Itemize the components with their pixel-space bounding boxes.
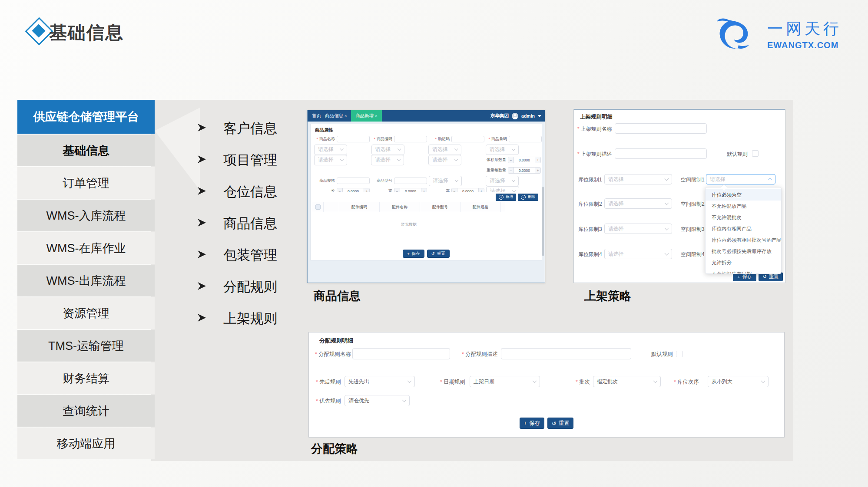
loc-limit-3-select[interactable]: 请选择 — [604, 224, 672, 234]
dropdown-option[interactable]: 不允许混放产品 — [706, 201, 781, 212]
caption-product-info: 商品信息 — [314, 288, 361, 304]
loc-limit-1-select[interactable]: 请选择 — [604, 174, 672, 184]
weight-unit-select[interactable]: 请选择 — [486, 145, 519, 155]
plus-icon: + — [421, 188, 427, 192]
shelving-rule-select[interactable]: 请选择 — [428, 155, 461, 165]
default-rule-checkbox[interactable] — [676, 351, 682, 357]
username[interactable]: admin — [521, 113, 535, 118]
list-item: 商品信息 — [196, 207, 277, 239]
allocation-rule-name-input[interactable] — [352, 348, 450, 359]
arrow-bullet-icon — [196, 313, 207, 325]
list-item: 项目管理 — [196, 144, 277, 176]
sidebar-item-resource-mgmt[interactable]: 资源管理 — [17, 297, 155, 329]
scrollbar[interactable] — [542, 187, 544, 256]
sidebar-item-wms-inbound[interactable]: WMS-入库流程 — [17, 200, 155, 231]
project-name-select[interactable]: 请选择 — [314, 155, 347, 165]
dropdown-option[interactable]: 库位内必须有相同批次号的产品 — [706, 234, 781, 246]
dropdown-option[interactable]: 不允许混批次 — [706, 212, 781, 223]
allocation-rule-desc-input[interactable] — [501, 348, 631, 359]
save-button[interactable]: +保存 — [520, 418, 544, 429]
sidebar-item-platform[interactable]: 供应链仓储管理平台 — [17, 100, 155, 134]
form-row: 商品规格 商品型号 商品类型请选择 商品件型请选择 — [312, 177, 541, 184]
form-row: 重量每数量−0.0000+ — [312, 167, 541, 174]
chevron-down-icon — [340, 158, 344, 161]
dropdown-option[interactable]: 允许拆分 — [706, 257, 781, 268]
chevron-down-icon — [407, 379, 412, 383]
allocation-rule-select[interactable]: 请选择 — [371, 155, 404, 165]
dim-unit-select[interactable]: 请选择 — [486, 186, 519, 193]
form-row: 商品名称 商品编码 助记码 商品条码 — [312, 135, 541, 143]
table-empty-state: 暂无数据 — [312, 212, 505, 246]
volume-unit-select[interactable]: 请选择 — [428, 145, 461, 155]
plus-icon: + — [524, 420, 527, 426]
section-title: 商品属性 — [315, 127, 333, 133]
dropdown-option[interactable]: 批次号必须按先后顺序存放 — [706, 246, 781, 257]
package-name-select[interactable]: 请选择 — [314, 145, 347, 155]
arrow-bullet-icon — [196, 249, 207, 261]
qty-unit-select[interactable]: 请选择 — [371, 145, 404, 155]
length-stepper[interactable]: −0.0000+ — [337, 188, 370, 192]
space-limit-1-select[interactable]: 请选择 — [706, 174, 775, 184]
width-stepper[interactable]: −0.0000+ — [394, 188, 427, 192]
sidebar-item-wms-outbound[interactable]: WMS-出库流程 — [17, 265, 155, 296]
sidebar-item-wms-instock[interactable]: WMS-在库作业 — [17, 232, 155, 264]
form-row: 长−0.0000+ 宽−0.0000+ 高−0.0000+ 长宽高单位请选择 — [312, 188, 541, 192]
mnemonic-code-input[interactable] — [451, 136, 484, 142]
space-limit-dropdown: 库位必须为空 不允许混放产品 不允许混批次 库位内有相同产品 库位内必须有相同批… — [705, 187, 782, 274]
reset-icon: ↺ — [763, 274, 767, 280]
default-rule-checkbox[interactable] — [752, 150, 759, 157]
shelving-rule-desc-input[interactable] — [615, 148, 707, 159]
reset-button[interactable]: ↺重置 — [547, 418, 573, 429]
product-name-input[interactable] — [337, 136, 370, 142]
save-button[interactable]: +保存 — [403, 250, 424, 258]
chevron-down-icon — [665, 201, 669, 205]
sidebar-item-basic-info[interactable]: 基础信息 — [17, 135, 155, 166]
weight-per-qty-stepper[interactable]: −0.0000+ — [508, 167, 541, 174]
section-title: 上架规则明细 — [580, 113, 613, 121]
nav-home-tab[interactable]: 首页 — [312, 113, 321, 119]
remove-part-button[interactable]: −删除 — [518, 194, 538, 201]
sidebar-item-mobile-app[interactable]: 移动端应用 — [17, 428, 155, 459]
bullet-label: 客户信息 — [223, 119, 277, 138]
location-order-select[interactable]: 从小到大 — [708, 376, 769, 387]
sidebar-item-finance[interactable]: 财务结算 — [17, 362, 155, 394]
date-rule-select[interactable]: 上架日期 — [470, 376, 540, 387]
sidebar-item-order-mgmt[interactable]: 订单管理 — [17, 167, 155, 199]
spec-input[interactable] — [337, 178, 370, 184]
fifo-rule-select[interactable]: 先进先出 — [345, 376, 415, 387]
list-item: 仓位信息 — [196, 176, 277, 207]
shelving-rule-name-input[interactable] — [615, 123, 707, 134]
sidebar-item-tms[interactable]: TMS-运输管理 — [17, 330, 155, 362]
chevron-down-icon — [665, 226, 669, 230]
chevron-down-icon[interactable] — [538, 115, 541, 117]
screenshot-product-info: 首页 商品信息× 商品新增× 东华集团 admin 商品属性 商品名称 商品编码… — [307, 110, 545, 283]
add-part-button[interactable]: +新增 — [496, 194, 516, 201]
dropdown-option[interactable]: 不允许混生产日期 — [706, 268, 781, 274]
dropdown-option[interactable]: 库位内有相同产品 — [706, 223, 781, 234]
batch-select[interactable]: 指定批次 — [593, 376, 661, 387]
dropdown-option[interactable]: 库位必须为空 — [706, 189, 781, 201]
piece-type-select[interactable]: 请选择 — [486, 176, 519, 186]
sidebar-item-query-stats[interactable]: 查询统计 — [17, 395, 155, 427]
nav-product-add-tab[interactable]: 商品新增× — [351, 110, 381, 122]
select-all-checkbox[interactable] — [315, 204, 321, 210]
volume-per-qty-stepper[interactable]: −0.0000+ — [508, 157, 541, 163]
barcode-input[interactable] — [509, 136, 542, 142]
product-type-select[interactable]: 请选择 — [429, 176, 462, 186]
reset-button[interactable]: ↺重置 — [427, 250, 450, 258]
parts-toolbar: +新增 −删除 — [311, 192, 542, 202]
user-avatar[interactable] — [512, 113, 518, 119]
product-code-input[interactable] — [394, 136, 427, 142]
height-stepper[interactable]: −0.0000+ — [451, 188, 484, 192]
priority-rule-select[interactable]: 清仓优先 — [345, 395, 410, 406]
bullet-list: 客户信息 项目管理 仓位信息 商品信息 包装管理 分配规则 上架规则 — [196, 112, 277, 334]
chevron-down-icon — [454, 147, 458, 151]
chevron-down-icon — [665, 251, 669, 256]
reset-icon: ↺ — [431, 251, 435, 256]
model-input[interactable] — [394, 178, 427, 184]
form-footer: +保存 ↺重置 — [311, 246, 542, 261]
loc-limit-2-select[interactable]: 请选择 — [604, 198, 672, 209]
loc-limit-4-select[interactable]: 请选择 — [604, 249, 672, 259]
nav-product-info-tab[interactable]: 商品信息× — [325, 113, 347, 119]
arrow-bullet-icon — [196, 217, 207, 230]
